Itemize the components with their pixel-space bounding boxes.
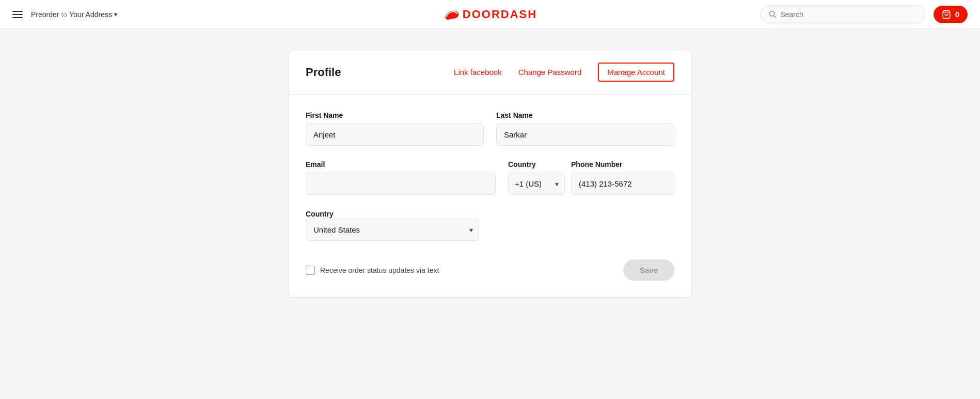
cart-icon [942,10,951,19]
search-icon [769,10,777,19]
manage-account-button[interactable]: Manage Account [598,63,674,82]
cart-count: 0 [955,10,959,19]
header-right: 0 [760,6,968,23]
first-name-group: First Name [306,111,484,146]
name-row: First Name Last Name [306,111,674,146]
change-password-button[interactable]: Change Password [518,68,582,76]
sms-checkbox[interactable] [306,266,315,275]
first-name-label: First Name [306,111,484,119]
search-bar[interactable] [760,6,925,23]
country-code-select-wrapper: +1 (US) ▾ [508,173,565,195]
preorder-label: Preorder [31,10,59,19]
profile-form: First Name Last Name Email Countr [289,95,691,297]
phone-group: Phone Number [571,160,674,195]
first-name-input[interactable] [306,124,484,146]
doordash-logo: DOORDASH [443,8,537,21]
doordash-logo-text: DOORDASH [463,8,537,21]
main-content: Profile Link facebook Change Password Ma… [0,29,980,399]
header-left: Preorder to Your Address ▾ [12,10,117,19]
sms-checkbox-label: Receive order status updates via text [320,266,439,274]
country-select-wrapper: United States Canada Australia ▾ [306,219,479,241]
country-full-group: Country United States Canada Australia ▾ [306,209,674,241]
save-button[interactable]: Save [623,259,674,281]
profile-title: Profile [306,66,341,79]
email-label: Email [306,160,496,168]
country-code-group: Country +1 (US) ▾ [508,160,565,195]
email-phone-row: Email Country +1 (US) ▾ [306,160,674,195]
link-facebook-button[interactable]: Link facebook [454,68,502,76]
last-name-input[interactable] [496,124,674,146]
preorder-address: Preorder to Your Address ▾ [31,10,117,19]
address-selector[interactable]: Your Address ▾ [69,10,117,19]
last-name-label: Last Name [496,111,674,119]
hamburger-menu-button[interactable] [12,11,23,18]
svg-line-1 [773,16,776,18]
form-footer: Receive order status updates via text Sa… [306,255,674,281]
profile-header: Profile Link facebook Change Password Ma… [289,50,691,95]
phone-input[interactable] [571,173,674,195]
header: Preorder to Your Address ▾ DOORDASH [0,0,980,29]
doordash-swoosh-icon [443,8,460,21]
phone-label: Phone Number [571,160,674,168]
country-code-label: Country [508,160,565,168]
country-phone-group: Country +1 (US) ▾ Phone Number [508,160,674,195]
preorder-to: to [61,10,67,19]
country-select[interactable]: United States Canada Australia [306,219,479,241]
email-group: Email [306,160,496,195]
sms-checkbox-row: Receive order status updates via text [306,266,439,275]
country-code-select[interactable]: +1 (US) [508,173,565,195]
country-label: Country [306,210,334,218]
last-name-group: Last Name [496,111,674,146]
cart-button[interactable]: 0 [934,6,968,23]
email-input[interactable] [306,173,496,195]
address-chevron-icon: ▾ [114,11,117,18]
profile-card: Profile Link facebook Change Password Ma… [289,50,691,298]
search-input[interactable] [780,10,916,19]
